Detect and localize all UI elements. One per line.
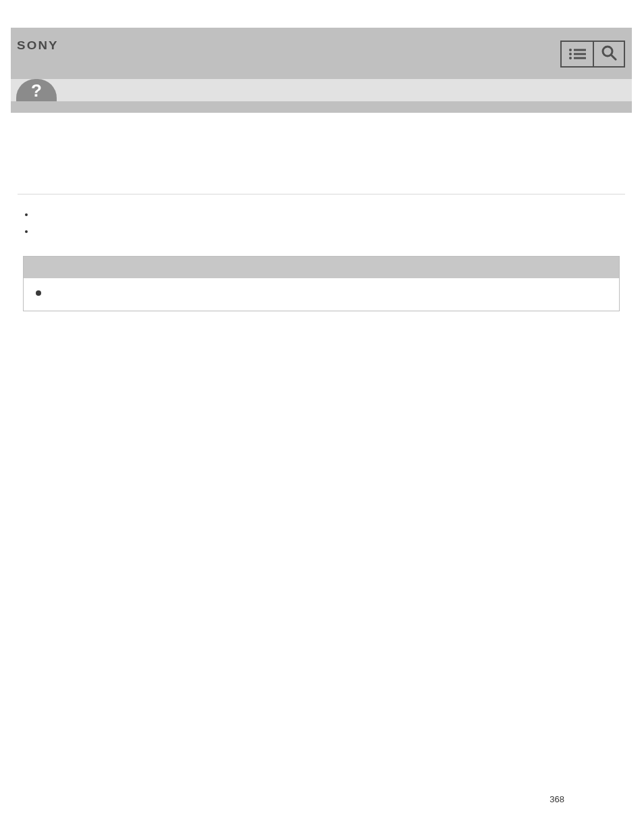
note-box-body	[24, 278, 619, 311]
sub-header-bar: ?	[11, 79, 632, 101]
content-wrap: SONY	[0, 0, 644, 311]
header-button-group	[560, 41, 625, 68]
note-bullet-icon	[36, 290, 41, 296]
page-number: 368	[549, 794, 564, 804]
content-divider	[18, 194, 625, 194]
brand-logo: SONY	[17, 39, 59, 53]
menu-list-button[interactable]	[560, 41, 593, 68]
list-icon	[568, 48, 586, 60]
page-root: SONY	[0, 0, 644, 834]
main-content	[11, 113, 632, 311]
svg-line-7	[611, 55, 616, 59]
note-box-header	[24, 257, 619, 278]
svg-rect-3	[574, 53, 586, 55]
content-bullet-list	[35, 209, 625, 236]
content-spacer	[18, 130, 625, 194]
list-item	[35, 209, 625, 219]
note-box	[23, 256, 620, 311]
search-button[interactable]	[593, 41, 625, 68]
grey-separator-bar	[11, 101, 632, 113]
svg-rect-1	[574, 49, 586, 51]
search-icon	[601, 45, 617, 63]
svg-rect-5	[574, 57, 586, 59]
question-mark-icon: ?	[31, 80, 42, 101]
top-header-bar: SONY	[11, 28, 632, 79]
list-item	[35, 226, 625, 236]
svg-point-0	[569, 49, 572, 51]
svg-point-2	[569, 53, 572, 55]
help-bubble-icon[interactable]: ?	[16, 79, 57, 101]
svg-point-4	[569, 57, 572, 59]
